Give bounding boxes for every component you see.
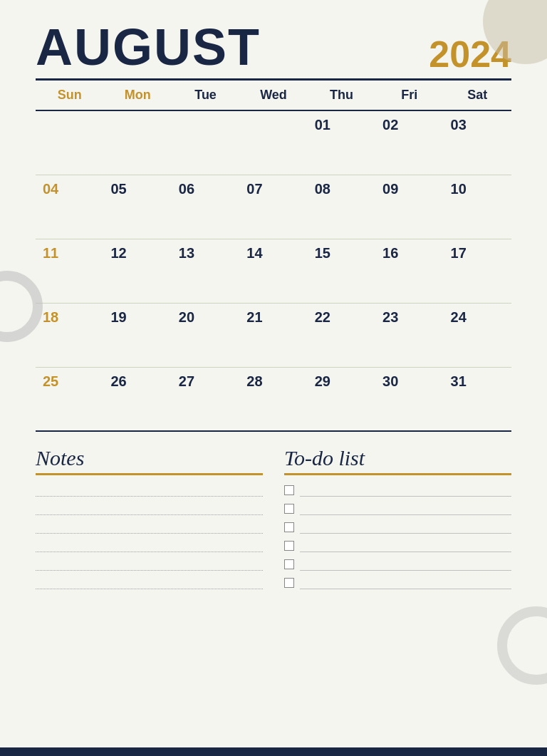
calendar-table: Sun Mon Tue Wed Thu Fri Sat 010203040506… xyxy=(36,78,511,432)
todo-item xyxy=(284,502,511,515)
calendar-day: 11 xyxy=(36,239,103,303)
calendar-day: 05 xyxy=(103,175,171,239)
calendar-day: 01 xyxy=(308,110,375,175)
notes-title: Notes xyxy=(36,446,263,470)
calendar-week-1: 010203 xyxy=(36,110,511,175)
header-mon: Mon xyxy=(103,80,171,111)
todo-line[interactable] xyxy=(300,576,511,589)
calendar-page: AUGUST 2024 Sun Mon Tue Wed Thu Fri Sat … xyxy=(0,0,547,756)
todo-checkbox[interactable] xyxy=(284,578,294,588)
todo-items xyxy=(284,484,511,589)
calendar-day: 10 xyxy=(444,175,511,239)
notes-line[interactable] xyxy=(36,558,263,571)
todo-section: To-do list xyxy=(284,446,511,589)
calendar-day: 21 xyxy=(239,303,307,367)
todo-item xyxy=(284,521,511,534)
calendar-day xyxy=(172,110,239,175)
calendar-day: 28 xyxy=(239,367,307,431)
todo-checkbox[interactable] xyxy=(284,504,294,514)
calendar-week-5: 25262728293031 xyxy=(36,367,511,431)
calendar-day: 30 xyxy=(375,367,443,431)
todo-item xyxy=(284,576,511,589)
notes-line[interactable] xyxy=(36,521,263,534)
calendar-day: 24 xyxy=(444,303,511,367)
calendar-day: 07 xyxy=(239,175,307,239)
todo-checkbox[interactable] xyxy=(284,541,294,551)
calendar-day: 20 xyxy=(172,303,239,367)
calendar-week-4: 18192021222324 xyxy=(36,303,511,367)
header-sat: Sat xyxy=(444,80,511,111)
calendar-day: 02 xyxy=(375,110,443,175)
notes-line[interactable] xyxy=(36,539,263,552)
header-tue: Tue xyxy=(172,80,239,111)
todo-line[interactable] xyxy=(300,558,511,571)
calendar-day xyxy=(103,110,171,175)
header-fri: Fri xyxy=(375,80,443,111)
todo-item xyxy=(284,558,511,571)
calendar-day: 13 xyxy=(172,239,239,303)
calendar-day: 27 xyxy=(172,367,239,431)
calendar-day: 04 xyxy=(36,175,103,239)
header-thu: Thu xyxy=(308,80,375,111)
todo-checkbox[interactable] xyxy=(284,522,294,532)
calendar-week-2: 04050607080910 xyxy=(36,175,511,239)
calendar-day xyxy=(239,110,307,175)
calendar-day: 31 xyxy=(444,367,511,431)
bottom-section: Notes To-do list xyxy=(36,446,511,589)
todo-checkbox[interactable] xyxy=(284,485,294,495)
calendar-day: 29 xyxy=(308,367,375,431)
calendar-day: 25 xyxy=(36,367,103,431)
header-wed: Wed xyxy=(239,80,307,111)
calendar-day: 12 xyxy=(103,239,171,303)
calendar-day: 18 xyxy=(36,303,103,367)
notes-line[interactable] xyxy=(36,576,263,589)
calendar-day: 15 xyxy=(308,239,375,303)
todo-line[interactable] xyxy=(300,539,511,552)
calendar-day: 14 xyxy=(239,239,307,303)
todo-underline xyxy=(284,473,511,475)
calendar-day: 19 xyxy=(103,303,171,367)
calendar-day xyxy=(36,110,103,175)
calendar-day: 26 xyxy=(103,367,171,431)
calendar-day: 17 xyxy=(444,239,511,303)
todo-item xyxy=(284,539,511,552)
month-title: AUGUST xyxy=(36,21,261,73)
calendar-day: 03 xyxy=(444,110,511,175)
notes-underline xyxy=(36,473,263,475)
calendar-day: 23 xyxy=(375,303,443,367)
footer-bar xyxy=(0,747,547,756)
todo-item xyxy=(284,484,511,497)
todo-line[interactable] xyxy=(300,502,511,515)
calendar-week-3: 11121314151617 xyxy=(36,239,511,303)
notes-lines xyxy=(36,484,263,589)
notes-line[interactable] xyxy=(36,484,263,497)
deco-circle-bottom-right xyxy=(497,606,547,685)
calendar-day: 09 xyxy=(375,175,443,239)
todo-title: To-do list xyxy=(284,446,511,470)
todo-line[interactable] xyxy=(300,484,511,497)
todo-checkbox[interactable] xyxy=(284,559,294,569)
calendar-day: 22 xyxy=(308,303,375,367)
header: AUGUST 2024 xyxy=(36,21,511,73)
calendar-day: 16 xyxy=(375,239,443,303)
notes-section: Notes xyxy=(36,446,263,589)
todo-line[interactable] xyxy=(300,521,511,534)
calendar-day: 06 xyxy=(172,175,239,239)
calendar-day: 08 xyxy=(308,175,375,239)
notes-line[interactable] xyxy=(36,502,263,515)
weekday-header-row: Sun Mon Tue Wed Thu Fri Sat xyxy=(36,80,511,111)
header-sun: Sun xyxy=(36,80,103,111)
